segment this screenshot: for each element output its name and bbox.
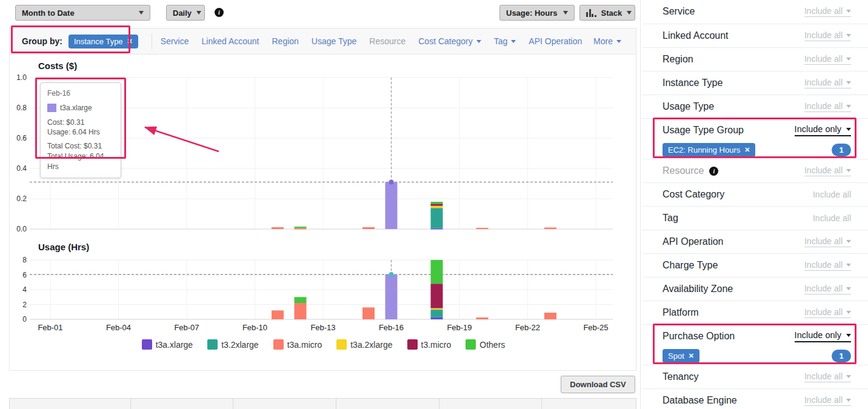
legend-item: t3a.micro: [273, 339, 322, 350]
x-tick-label: Feb-01: [38, 323, 62, 332]
bar-chart-icon: [586, 9, 596, 17]
x-tick-label: Feb-16: [379, 323, 404, 332]
remove-icon[interactable]: ✕: [127, 38, 133, 45]
download-csv-button[interactable]: Download CSV: [561, 376, 635, 393]
filter-mode-dropdown[interactable]: Include all: [804, 101, 851, 112]
filter-row-usage-type-group: Usage Type GroupInclude onlyEC2: Running…: [643, 118, 868, 159]
bar-segment[interactable]: [476, 318, 489, 319]
bar-segment[interactable]: [295, 303, 307, 319]
filter-mode-dropdown[interactable]: Include all: [804, 78, 851, 88]
tab-region[interactable]: Region: [272, 36, 298, 46]
filter-mode-dropdown: Include all: [813, 190, 851, 200]
info-icon[interactable]: i: [215, 8, 224, 17]
group-by-chip-instance-type[interactable]: Instance Type ✕: [68, 35, 138, 48]
chart-panel: Costs ($) Usage (Hrs) 0.00.20.40.60.81.0…: [9, 55, 636, 371]
tab-more[interactable]: More: [593, 36, 621, 46]
bar-segment[interactable]: [431, 310, 443, 317]
filter-chip-purchase-option[interactable]: Spot✕: [663, 349, 699, 363]
crosshair-dot: [389, 272, 394, 277]
chevron-down-icon: [846, 81, 851, 84]
bar-segment[interactable]: [544, 228, 556, 230]
filter-mode-dropdown[interactable]: Include all: [804, 260, 851, 271]
chart-tooltip: Feb-16 t3a.xlarge Cost: $0.31 Usage: 6.0…: [40, 82, 121, 178]
filter-chips-row: EC2: Running Hours✕1: [663, 142, 851, 158]
remove-icon[interactable]: ✕: [744, 146, 750, 154]
filter-label-region: Region: [663, 54, 693, 65]
bar-segment[interactable]: [431, 204, 443, 206]
tab-resource[interactable]: Resource: [369, 36, 406, 46]
legend-swatch: [336, 339, 347, 350]
filter-mode-dropdown[interactable]: Include all: [804, 307, 851, 318]
info-icon[interactable]: i: [709, 167, 718, 176]
filter-mode-label: Include all: [804, 78, 843, 87]
filter-count-badge: 1: [832, 144, 851, 156]
cost-explorer-page: Month to Date Daily i Usage: Hours Stack…: [0, 0, 868, 409]
bar-segment[interactable]: [431, 260, 443, 284]
tab-tag[interactable]: Tag: [494, 36, 516, 46]
bar-segment[interactable]: [295, 297, 307, 303]
filter-mode-dropdown[interactable]: Include all: [804, 395, 851, 406]
bar-segment[interactable]: [544, 313, 556, 319]
filter-mode-dropdown[interactable]: Include only: [795, 330, 851, 342]
filter-mode-dropdown[interactable]: Include all: [804, 236, 851, 247]
filter-row-cost-category: Cost CategoryInclude all: [643, 182, 868, 206]
filter-mode-dropdown[interactable]: Include all: [804, 6, 851, 17]
remove-icon[interactable]: ✕: [689, 352, 694, 360]
filter-row-main: Charge TypeInclude all: [663, 254, 851, 277]
filters-sidebar: ServiceInclude allLinked AccountInclude …: [643, 0, 868, 409]
bar-segment[interactable]: [295, 228, 307, 230]
tooltip-date: Feb-16: [47, 88, 114, 99]
filter-mode-label: Include all: [804, 6, 843, 16]
tab-label: Region: [272, 36, 298, 46]
filter-chip-usage-type-group[interactable]: EC2: Running Hours✕: [663, 143, 755, 157]
filter-row-main: TenancyInclude all: [663, 365, 851, 388]
chevron-down-icon: [846, 128, 851, 131]
granularity-button[interactable]: Daily: [166, 5, 205, 21]
bar-segment[interactable]: [431, 206, 443, 208]
filter-row-charge-type: Charge TypeInclude all: [643, 253, 868, 277]
chevron-down-icon: [846, 287, 851, 290]
filter-row-api-operation: API OperationInclude all: [643, 230, 868, 253]
date-range-button[interactable]: Month to Date: [15, 5, 150, 21]
bar-segment[interactable]: [431, 202, 443, 204]
filter-mode-dropdown[interactable]: Include all: [804, 284, 851, 294]
bar-segment[interactable]: [431, 308, 443, 310]
filter-mode-dropdown[interactable]: Include only: [795, 124, 851, 136]
bar-segment[interactable]: [476, 228, 489, 229]
bar-segment[interactable]: [386, 182, 398, 230]
group-by-label: Group by:: [22, 36, 62, 46]
bar-segment[interactable]: [431, 317, 443, 319]
legend-item: t3a.2xlarge: [336, 339, 392, 350]
filter-row-main: Database EngineInclude all: [663, 389, 851, 409]
bar-segment[interactable]: [386, 274, 398, 319]
tab-cost-category[interactable]: Cost Category: [418, 36, 481, 46]
filter-label-text: Linked Account: [663, 30, 729, 41]
bar-segment[interactable]: [272, 310, 284, 319]
filter-row-main: TagInclude all: [663, 207, 851, 230]
bar-segment[interactable]: [431, 284, 443, 308]
filter-mode-dropdown[interactable]: Include all: [804, 165, 851, 176]
group-by-tabbar: Group by: Instance Type ✕ ServiceLinked …: [9, 28, 636, 55]
tab-linked-account[interactable]: Linked Account: [202, 36, 259, 46]
filter-label-usage-type-group: Usage Type Group: [663, 125, 744, 136]
filter-mode-dropdown[interactable]: Include all: [804, 54, 851, 65]
tab-api-operation[interactable]: API Operation: [529, 36, 582, 46]
filter-label-text: Platform: [663, 307, 699, 318]
divider: [640, 0, 641, 409]
bar-segment[interactable]: [362, 307, 375, 319]
bar-segment[interactable]: [362, 227, 375, 229]
chart-style-button[interactable]: Stack: [579, 5, 635, 21]
filter-mode-dropdown[interactable]: Include all: [804, 371, 851, 382]
filter-mode-dropdown[interactable]: Include all: [804, 30, 851, 41]
bar-segment[interactable]: [272, 227, 284, 229]
metric-button[interactable]: Usage: Hours: [499, 5, 575, 21]
bar-segment[interactable]: [295, 227, 307, 228]
bar-segment[interactable]: [431, 208, 443, 228]
tab-service[interactable]: Service: [161, 36, 189, 46]
tab-usage-type[interactable]: Usage Type: [312, 36, 356, 46]
tab-label: Usage Type: [312, 36, 356, 46]
chevron-down-icon: [846, 169, 851, 172]
bar-segment[interactable]: [431, 228, 443, 230]
chart-style-label: Stack: [601, 8, 623, 18]
legend-label: t3.micro: [421, 340, 452, 350]
